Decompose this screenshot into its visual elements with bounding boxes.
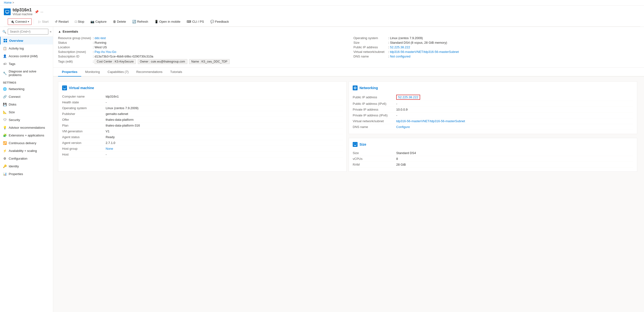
vm-section-header: Virtual machine xyxy=(62,85,342,90)
prop-row-computer-name: Computer name tdp316n1 xyxy=(62,94,342,99)
host-group-link[interactable]: None xyxy=(106,147,113,150)
sidebar-item-extensions[interactable]: 🧩 Extensions + applications xyxy=(0,131,53,139)
content-area: ▲ Essentials Resource group (move) : ddc… xyxy=(53,27,644,312)
tab-recommendations[interactable]: Recommendations xyxy=(132,68,166,76)
sidebar-item-label: Continuous delivery xyxy=(9,141,36,145)
capture-icon: 📷 xyxy=(90,20,94,23)
extensions-icon: 🧩 xyxy=(3,133,7,137)
cli-icon: ⌨ xyxy=(186,20,191,23)
delete-icon: 🗑 xyxy=(113,20,116,23)
sidebar-item-networking[interactable]: 🌐 Networking xyxy=(0,85,53,93)
public-ip-link[interactable]: 52.225.38.222 xyxy=(390,45,410,49)
sidebar-item-configuration[interactable]: ⚙ Configuration xyxy=(0,155,53,162)
refresh-icon: 🔄 xyxy=(132,20,136,23)
tags-edit-link[interactable]: edit xyxy=(66,60,72,63)
essentials-row-tags: Tags (edit) : Cost Center : KS-KeySecure… xyxy=(58,59,344,64)
disks-icon: 💾 xyxy=(3,102,7,106)
sidebar-item-connect[interactable]: 🔗 Connect xyxy=(0,93,53,100)
tab-tutorials[interactable]: Tutorials xyxy=(166,68,186,76)
essentials-row-dns: DNS name : Not configured xyxy=(354,54,639,59)
sidebar-item-availability[interactable]: ⚡ Availability + scaling xyxy=(0,147,53,155)
dns-link[interactable]: Not configured xyxy=(390,54,410,58)
sidebar-item-label: Connect xyxy=(9,95,20,98)
essentials-row-public-ip: Public IP address : 52.225.38.222 xyxy=(354,45,639,49)
vnet-detail-link[interactable]: tdp316-56-masterVNET/tdp316-56-masterSub… xyxy=(396,119,465,123)
mobile-icon: 📱 xyxy=(154,20,158,23)
sidebar-item-label: Advisor recommendations xyxy=(9,126,45,129)
essentials-row-location: Location : West US xyxy=(58,45,344,49)
essentials-grid: Resource group (move) : ddc-test Status … xyxy=(58,36,639,64)
open-mobile-button[interactable]: 📱 Open in mobile xyxy=(152,18,183,25)
essentials-header: ▲ Essentials xyxy=(58,30,639,33)
svg-rect-8 xyxy=(63,86,66,89)
tab-capabilities[interactable]: Capabilities (7) xyxy=(104,68,132,76)
pin-icon[interactable]: 📌 xyxy=(34,10,39,14)
breadcrumb-home[interactable]: Home xyxy=(4,1,12,4)
activity-log-icon: 📋 xyxy=(3,46,7,50)
stop-icon: □ xyxy=(75,20,77,23)
essentials-row-rg: Resource group (move) : ddc-test xyxy=(58,36,344,40)
sidebar-item-diagnose[interactable]: 🔧 Diagnose and solve problems xyxy=(0,68,53,79)
sidebar-item-label: Networking xyxy=(9,87,24,91)
networking-section-icon xyxy=(353,85,358,90)
rg-link[interactable]: ddc-test xyxy=(94,36,106,40)
delete-button[interactable]: 🗑 Delete xyxy=(110,18,129,25)
configuration-icon: ⚙ xyxy=(3,156,7,160)
tags-icon: 🏷 xyxy=(3,62,7,66)
subscription-link[interactable]: Pay-As-You-Go xyxy=(94,50,116,54)
collapse-essentials-icon[interactable]: ▲ xyxy=(58,30,61,33)
sidebar-item-size[interactable]: 📐 Size xyxy=(0,108,53,116)
sidebar-item-label: Size xyxy=(9,110,15,114)
prop-row-size-val: Size Standard DS4 xyxy=(353,150,633,156)
vnet-link[interactable]: tdp316-56-masterVNET/tdp316-56-masterSub… xyxy=(390,50,459,54)
sidebar-item-advisor[interactable]: 💡 Advisor recommendations xyxy=(0,124,53,131)
sidebar-item-continuous-delivery[interactable]: 🔁 Continuous delivery xyxy=(0,139,53,147)
capture-button[interactable]: 📷 Capture xyxy=(88,18,109,25)
essentials-row-os: Operating system : Linux (centos 7.9.200… xyxy=(354,36,639,40)
restart-icon: ↺ xyxy=(55,20,58,23)
public-ip-detail-link[interactable]: 52.225.38.222 xyxy=(398,95,418,99)
start-button[interactable]: ▷ Start xyxy=(36,18,51,25)
sidebar-item-overview[interactable]: Overview xyxy=(0,37,53,44)
stop-button[interactable]: □ Stop xyxy=(72,18,87,25)
sub-move-link[interactable]: move xyxy=(77,50,85,54)
prop-row-ram: RAM 28 GiB xyxy=(353,162,633,168)
collapse-icon[interactable]: « xyxy=(50,30,52,33)
toolbar-separator-1 xyxy=(34,19,34,24)
networking-section-header: Networking xyxy=(353,85,633,90)
sidebar-item-label: Configuration xyxy=(9,157,27,160)
sidebar-item-tags[interactable]: 🏷 Tags xyxy=(0,60,53,68)
sidebar-item-access-control[interactable]: 👤 Access control (IAM) xyxy=(0,52,53,60)
feedback-button[interactable]: 💬 Feedback xyxy=(208,18,232,25)
prop-row-publisher: Publisher gemalto-safenet xyxy=(62,111,342,117)
cli-ps-button[interactable]: ⌨ CLI / PS xyxy=(184,18,206,25)
prop-row-vnet-detail: Virtual network/subnet tdp316-56-masterV… xyxy=(353,118,633,124)
prop-row-public-ip: Public IP address 52.225.38.222 xyxy=(353,94,633,101)
sidebar-item-identity[interactable]: 🔑 Identity xyxy=(0,162,53,170)
sidebar: 🔍 « Overview 📋 Activity log 👤 Access con… xyxy=(0,27,53,312)
sidebar-item-activity-log[interactable]: 📋 Activity log xyxy=(0,44,53,52)
connect-button[interactable]: 🔌 Connect ▾ xyxy=(8,18,32,25)
more-icon[interactable]: ··· xyxy=(40,10,44,14)
tab-properties[interactable]: Properties xyxy=(58,68,81,76)
prop-row-os: Operating system Linux (centos 7.9.2009) xyxy=(62,105,342,111)
tag-pill-1: Cost Center : KS-KeySecure xyxy=(94,59,136,64)
vm-section-title: Virtual machine xyxy=(69,86,94,90)
search-input[interactable] xyxy=(8,29,48,34)
dns-configure-link[interactable]: Configure xyxy=(396,125,410,129)
prop-row-vcpus: vCPUs 8 xyxy=(353,156,633,162)
sidebar-item-properties[interactable]: 📊 Properties xyxy=(0,170,53,178)
availability-icon: ⚡ xyxy=(3,149,7,153)
restart-button[interactable]: ↺ Restart xyxy=(52,18,71,25)
prop-row-agent-status: Agent status Ready xyxy=(62,134,342,140)
sidebar-item-security[interactable]: 🛡 Security xyxy=(0,116,53,124)
security-icon: 🛡 xyxy=(3,118,7,122)
svg-rect-15 xyxy=(354,143,356,145)
move-link[interactable]: move xyxy=(82,36,90,40)
access-control-icon: 👤 xyxy=(3,54,7,58)
vm-properties-section: Virtual machine Computer name tdp316n1 H… xyxy=(58,81,347,172)
sidebar-item-disks[interactable]: 💾 Disks xyxy=(0,100,53,108)
tab-monitoring[interactable]: Monitoring xyxy=(81,68,104,76)
cd-icon: 🔁 xyxy=(3,141,7,145)
refresh-button[interactable]: 🔄 Refresh xyxy=(130,18,151,25)
